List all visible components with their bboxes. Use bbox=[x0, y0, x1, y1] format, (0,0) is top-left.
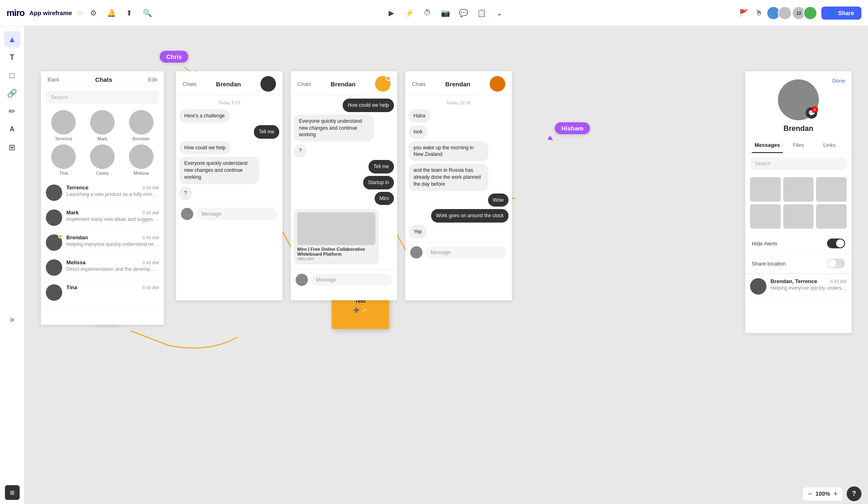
contact-grid: Terrence Mark Brendan Tina Casey Melissa bbox=[41, 107, 164, 180]
chat-item-terrence[interactable]: Terrence 9:40 AM Launching a new product… bbox=[41, 180, 164, 205]
chris-label[interactable]: Chris bbox=[160, 51, 188, 63]
conv3-header: Chats Brendan bbox=[405, 71, 512, 95]
toggle-knob-2 bbox=[828, 259, 836, 268]
tab-files[interactable]: Files bbox=[783, 138, 814, 153]
cursor-tool[interactable]: ▲ bbox=[4, 31, 20, 47]
avatar-group: 12 bbox=[769, 6, 817, 20]
topbar-right: 🚩 🖱 12 👤 Share bbox=[738, 6, 861, 20]
zoom-out-button[interactable]: − bbox=[808, 490, 812, 498]
done-button[interactable]: Done bbox=[832, 78, 845, 84]
chat-name-brendan: Brendan bbox=[66, 234, 88, 241]
back-button[interactable]: Back bbox=[47, 76, 59, 83]
media-3 bbox=[816, 177, 847, 202]
hide-alerts-toggle[interactable] bbox=[827, 239, 845, 248]
chat-item-mark[interactable]: Mark 9:40 AM Implement many new ideas an… bbox=[41, 205, 164, 230]
contact-mark[interactable]: Mark bbox=[85, 110, 120, 141]
recent-chat-avatar bbox=[750, 278, 766, 295]
hide-alerts-label: Hide Alerts bbox=[752, 241, 778, 247]
contact-casey[interactable]: Casey bbox=[85, 144, 120, 176]
lightning-icon[interactable]: ⚡ bbox=[402, 6, 417, 20]
profile-recent-chat[interactable]: Brendan, Terrence 9:40 AM Helping everyo… bbox=[745, 274, 852, 299]
chats-list-frame: Back Chats Edit Search Terrence Mark Bre… bbox=[41, 71, 164, 325]
conv1-avatar bbox=[260, 76, 276, 92]
cursor-icon[interactable]: 🖱 bbox=[753, 7, 765, 19]
settings-icon[interactable]: ⚙ bbox=[88, 7, 99, 19]
msg-everyone: Everyone quickly understand new changes … bbox=[179, 157, 259, 184]
tab-messages[interactable]: Messages bbox=[752, 138, 783, 153]
conv1-back[interactable]: Chats bbox=[183, 81, 197, 87]
conv2-input[interactable]: Message bbox=[311, 274, 392, 286]
conv1-input[interactable]: Message bbox=[197, 208, 278, 220]
contact-tina[interactable]: Tina bbox=[46, 144, 81, 176]
connect-tool[interactable]: 🔗 bbox=[4, 85, 20, 101]
canvas[interactable]: Chris Mae ▶ Bea ◀ Sadie ▶ Natalie Hisham… bbox=[25, 26, 868, 504]
comment-icon[interactable]: 💬 bbox=[456, 6, 471, 20]
contact-melissa[interactable]: Melissa bbox=[123, 144, 159, 176]
chat-item-tina[interactable]: Tina 9:40 AM bbox=[41, 280, 164, 305]
chat-name-tina: Tina bbox=[66, 284, 77, 290]
edit-button[interactable]: Edit bbox=[148, 76, 157, 83]
conv3-frame: Chats Brendan Today 16:56 Haha look you … bbox=[405, 71, 512, 300]
conv2-link: Miro | Free Online Collaborative Whitebo… bbox=[294, 209, 379, 264]
chats-search[interactable]: Search bbox=[46, 91, 159, 104]
chat-time-brendan: 9:40 AM bbox=[142, 235, 159, 240]
frame-tool[interactable]: ⊞ bbox=[4, 139, 20, 155]
text-tool[interactable]: T bbox=[4, 49, 20, 65]
chat-preview-brendan: Helping everyone quickly understand new … bbox=[66, 241, 159, 247]
star-icon[interactable]: ☆ bbox=[77, 9, 83, 17]
topbar-icons: ⚙ 🔔 ⬆ 🔍 bbox=[88, 7, 153, 19]
zoom-in-button[interactable]: + bbox=[833, 490, 838, 498]
conv3-messages: Today 16:56 Haha look you wake up the mo… bbox=[405, 95, 512, 242]
zoom-controls: − 100% + bbox=[803, 487, 843, 501]
chat-avatar-melissa bbox=[46, 259, 62, 276]
board-icon[interactable]: 📋 bbox=[474, 6, 489, 20]
conv3-back[interactable]: Chats bbox=[412, 81, 426, 87]
profile-search[interactable]: Search bbox=[750, 158, 847, 170]
board-icon-button[interactable]: ⊞ bbox=[5, 485, 20, 500]
pen-tool[interactable]: ✏ bbox=[4, 103, 20, 119]
contact-terrence[interactable]: Terrence bbox=[46, 110, 81, 141]
tab-links[interactable]: Links bbox=[814, 138, 845, 153]
video-icon[interactable]: 📷 bbox=[438, 6, 453, 20]
bell-icon[interactable]: 🔔 bbox=[106, 7, 117, 19]
share-location-toggle[interactable] bbox=[827, 259, 845, 268]
chat-avatar-terrence bbox=[46, 184, 62, 201]
msg-tellme: Tell me bbox=[254, 125, 279, 139]
topbar-left: miro App wireframe ☆ ⚙ 🔔 ⬆ 🔍 bbox=[7, 7, 153, 19]
chat-item-melissa[interactable]: Melissa 9:40 AM Direct implementation an… bbox=[41, 255, 164, 280]
contact-brendan[interactable]: Brendan bbox=[123, 110, 159, 141]
conv2-back[interactable]: Chats bbox=[297, 81, 311, 87]
conv1-input-avatar bbox=[181, 208, 193, 220]
expand-tool[interactable]: » bbox=[4, 311, 20, 327]
conv2-msg-4: Tell me bbox=[368, 160, 394, 173]
conv2-dot bbox=[386, 76, 391, 81]
avatar-4 bbox=[803, 6, 817, 20]
profile-media-grid bbox=[745, 172, 852, 234]
conv2-msg-5: Startup in bbox=[363, 176, 394, 189]
more-icon[interactable]: ⌄ bbox=[492, 6, 507, 20]
chat-avatar-tina bbox=[46, 284, 62, 301]
profile-name: Brendan bbox=[783, 124, 813, 133]
media-1 bbox=[750, 177, 781, 202]
left-toolbar: ▲ T □ 🔗 ✏ A ⊞ » ↩ bbox=[0, 26, 25, 504]
share-button[interactable]: 👤 Share bbox=[821, 7, 861, 20]
flag-icon[interactable]: 🚩 bbox=[738, 7, 749, 19]
hisham-label[interactable]: Hisham bbox=[555, 122, 590, 134]
conv2-link-url: miro.com bbox=[297, 256, 375, 261]
help-button[interactable]: ? bbox=[847, 486, 861, 501]
conv3-input-avatar bbox=[410, 246, 423, 259]
conv1-messages: Today 9:23 Here's a challenge Tell me Ho… bbox=[176, 95, 283, 203]
timer-icon[interactable]: ⏱ bbox=[420, 6, 435, 20]
upload-icon[interactable]: ⬆ bbox=[124, 7, 135, 19]
type-tool[interactable]: A bbox=[4, 121, 20, 137]
conv3-msg-7: Yep bbox=[409, 225, 427, 239]
media-6 bbox=[816, 204, 847, 229]
chat-item-brendan[interactable]: Brendan 9:40 AM Helping everyone quickly… bbox=[41, 230, 164, 255]
msg-q: ? bbox=[179, 187, 192, 200]
conv2-link-title: Miro | Free Online Collaborative Whitebo… bbox=[297, 247, 375, 256]
forward-icon[interactable]: ▶ bbox=[384, 6, 399, 20]
sticky-tool[interactable]: □ bbox=[4, 67, 20, 83]
chat-dot-brendan bbox=[58, 234, 62, 239]
conv3-input[interactable]: Message bbox=[426, 246, 507, 259]
search-icon[interactable]: 🔍 bbox=[142, 7, 153, 19]
